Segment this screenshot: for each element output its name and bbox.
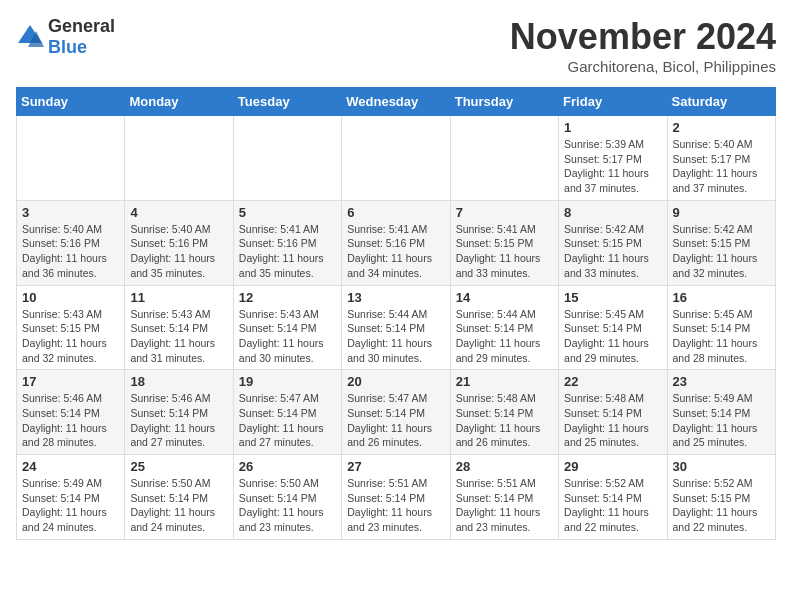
day-info: Sunrise: 5:44 AM Sunset: 5:14 PM Dayligh… [456, 307, 553, 366]
day-cell: 12Sunrise: 5:43 AM Sunset: 5:14 PM Dayli… [233, 285, 341, 370]
day-info: Sunrise: 5:39 AM Sunset: 5:17 PM Dayligh… [564, 137, 661, 196]
day-info: Sunrise: 5:47 AM Sunset: 5:14 PM Dayligh… [239, 391, 336, 450]
day-info: Sunrise: 5:40 AM Sunset: 5:17 PM Dayligh… [673, 137, 770, 196]
week-row-1: 3Sunrise: 5:40 AM Sunset: 5:16 PM Daylig… [17, 200, 776, 285]
day-cell: 20Sunrise: 5:47 AM Sunset: 5:14 PM Dayli… [342, 370, 450, 455]
day-cell: 26Sunrise: 5:50 AM Sunset: 5:14 PM Dayli… [233, 455, 341, 540]
day-number: 18 [130, 374, 227, 389]
day-info: Sunrise: 5:43 AM Sunset: 5:15 PM Dayligh… [22, 307, 119, 366]
day-number: 3 [22, 205, 119, 220]
logo-icon [16, 23, 44, 51]
day-number: 23 [673, 374, 770, 389]
header-friday: Friday [559, 88, 667, 116]
day-number: 17 [22, 374, 119, 389]
day-info: Sunrise: 5:47 AM Sunset: 5:14 PM Dayligh… [347, 391, 444, 450]
day-cell [125, 116, 233, 201]
day-cell: 30Sunrise: 5:52 AM Sunset: 5:15 PM Dayli… [667, 455, 775, 540]
day-cell: 9Sunrise: 5:42 AM Sunset: 5:15 PM Daylig… [667, 200, 775, 285]
day-number: 29 [564, 459, 661, 474]
day-number: 2 [673, 120, 770, 135]
header-sunday: Sunday [17, 88, 125, 116]
day-info: Sunrise: 5:41 AM Sunset: 5:16 PM Dayligh… [347, 222, 444, 281]
header-tuesday: Tuesday [233, 88, 341, 116]
day-number: 26 [239, 459, 336, 474]
day-info: Sunrise: 5:50 AM Sunset: 5:14 PM Dayligh… [239, 476, 336, 535]
day-cell: 13Sunrise: 5:44 AM Sunset: 5:14 PM Dayli… [342, 285, 450, 370]
day-cell: 16Sunrise: 5:45 AM Sunset: 5:14 PM Dayli… [667, 285, 775, 370]
day-number: 30 [673, 459, 770, 474]
day-number: 12 [239, 290, 336, 305]
day-number: 21 [456, 374, 553, 389]
day-info: Sunrise: 5:40 AM Sunset: 5:16 PM Dayligh… [22, 222, 119, 281]
day-cell: 8Sunrise: 5:42 AM Sunset: 5:15 PM Daylig… [559, 200, 667, 285]
day-number: 19 [239, 374, 336, 389]
location-subtitle: Garchitorena, Bicol, Philippines [510, 58, 776, 75]
day-info: Sunrise: 5:43 AM Sunset: 5:14 PM Dayligh… [239, 307, 336, 366]
day-number: 8 [564, 205, 661, 220]
header-wednesday: Wednesday [342, 88, 450, 116]
day-cell [233, 116, 341, 201]
day-cell [342, 116, 450, 201]
calendar-table: SundayMondayTuesdayWednesdayThursdayFrid… [16, 87, 776, 540]
day-cell [17, 116, 125, 201]
logo: General Blue [16, 16, 115, 58]
day-cell: 5Sunrise: 5:41 AM Sunset: 5:16 PM Daylig… [233, 200, 341, 285]
day-number: 24 [22, 459, 119, 474]
day-info: Sunrise: 5:51 AM Sunset: 5:14 PM Dayligh… [456, 476, 553, 535]
calendar-header-row: SundayMondayTuesdayWednesdayThursdayFrid… [17, 88, 776, 116]
day-cell: 3Sunrise: 5:40 AM Sunset: 5:16 PM Daylig… [17, 200, 125, 285]
day-number: 5 [239, 205, 336, 220]
day-info: Sunrise: 5:45 AM Sunset: 5:14 PM Dayligh… [564, 307, 661, 366]
day-number: 11 [130, 290, 227, 305]
day-number: 1 [564, 120, 661, 135]
day-number: 28 [456, 459, 553, 474]
day-cell: 10Sunrise: 5:43 AM Sunset: 5:15 PM Dayli… [17, 285, 125, 370]
day-info: Sunrise: 5:43 AM Sunset: 5:14 PM Dayligh… [130, 307, 227, 366]
day-number: 10 [22, 290, 119, 305]
day-info: Sunrise: 5:52 AM Sunset: 5:14 PM Dayligh… [564, 476, 661, 535]
day-number: 6 [347, 205, 444, 220]
day-number: 13 [347, 290, 444, 305]
day-info: Sunrise: 5:48 AM Sunset: 5:14 PM Dayligh… [456, 391, 553, 450]
day-number: 25 [130, 459, 227, 474]
day-cell: 15Sunrise: 5:45 AM Sunset: 5:14 PM Dayli… [559, 285, 667, 370]
day-cell: 1Sunrise: 5:39 AM Sunset: 5:17 PM Daylig… [559, 116, 667, 201]
day-cell: 6Sunrise: 5:41 AM Sunset: 5:16 PM Daylig… [342, 200, 450, 285]
day-number: 20 [347, 374, 444, 389]
day-cell: 29Sunrise: 5:52 AM Sunset: 5:14 PM Dayli… [559, 455, 667, 540]
day-cell: 7Sunrise: 5:41 AM Sunset: 5:15 PM Daylig… [450, 200, 558, 285]
day-cell: 18Sunrise: 5:46 AM Sunset: 5:14 PM Dayli… [125, 370, 233, 455]
day-info: Sunrise: 5:42 AM Sunset: 5:15 PM Dayligh… [564, 222, 661, 281]
day-number: 15 [564, 290, 661, 305]
day-cell: 2Sunrise: 5:40 AM Sunset: 5:17 PM Daylig… [667, 116, 775, 201]
day-cell: 4Sunrise: 5:40 AM Sunset: 5:16 PM Daylig… [125, 200, 233, 285]
day-info: Sunrise: 5:52 AM Sunset: 5:15 PM Dayligh… [673, 476, 770, 535]
day-info: Sunrise: 5:44 AM Sunset: 5:14 PM Dayligh… [347, 307, 444, 366]
day-info: Sunrise: 5:40 AM Sunset: 5:16 PM Dayligh… [130, 222, 227, 281]
week-row-0: 1Sunrise: 5:39 AM Sunset: 5:17 PM Daylig… [17, 116, 776, 201]
day-cell: 21Sunrise: 5:48 AM Sunset: 5:14 PM Dayli… [450, 370, 558, 455]
day-cell: 19Sunrise: 5:47 AM Sunset: 5:14 PM Dayli… [233, 370, 341, 455]
day-number: 4 [130, 205, 227, 220]
week-row-3: 17Sunrise: 5:46 AM Sunset: 5:14 PM Dayli… [17, 370, 776, 455]
day-number: 7 [456, 205, 553, 220]
day-info: Sunrise: 5:42 AM Sunset: 5:15 PM Dayligh… [673, 222, 770, 281]
day-info: Sunrise: 5:51 AM Sunset: 5:14 PM Dayligh… [347, 476, 444, 535]
day-info: Sunrise: 5:41 AM Sunset: 5:15 PM Dayligh… [456, 222, 553, 281]
header: General Blue November 2024 Garchitorena,… [16, 16, 776, 75]
day-cell [450, 116, 558, 201]
day-info: Sunrise: 5:48 AM Sunset: 5:14 PM Dayligh… [564, 391, 661, 450]
header-monday: Monday [125, 88, 233, 116]
week-row-2: 10Sunrise: 5:43 AM Sunset: 5:15 PM Dayli… [17, 285, 776, 370]
day-number: 14 [456, 290, 553, 305]
header-thursday: Thursday [450, 88, 558, 116]
day-cell: 27Sunrise: 5:51 AM Sunset: 5:14 PM Dayli… [342, 455, 450, 540]
day-info: Sunrise: 5:45 AM Sunset: 5:14 PM Dayligh… [673, 307, 770, 366]
month-title: November 2024 [510, 16, 776, 58]
day-info: Sunrise: 5:46 AM Sunset: 5:14 PM Dayligh… [130, 391, 227, 450]
day-info: Sunrise: 5:41 AM Sunset: 5:16 PM Dayligh… [239, 222, 336, 281]
day-number: 16 [673, 290, 770, 305]
day-info: Sunrise: 5:49 AM Sunset: 5:14 PM Dayligh… [22, 476, 119, 535]
day-cell: 23Sunrise: 5:49 AM Sunset: 5:14 PM Dayli… [667, 370, 775, 455]
day-cell: 25Sunrise: 5:50 AM Sunset: 5:14 PM Dayli… [125, 455, 233, 540]
